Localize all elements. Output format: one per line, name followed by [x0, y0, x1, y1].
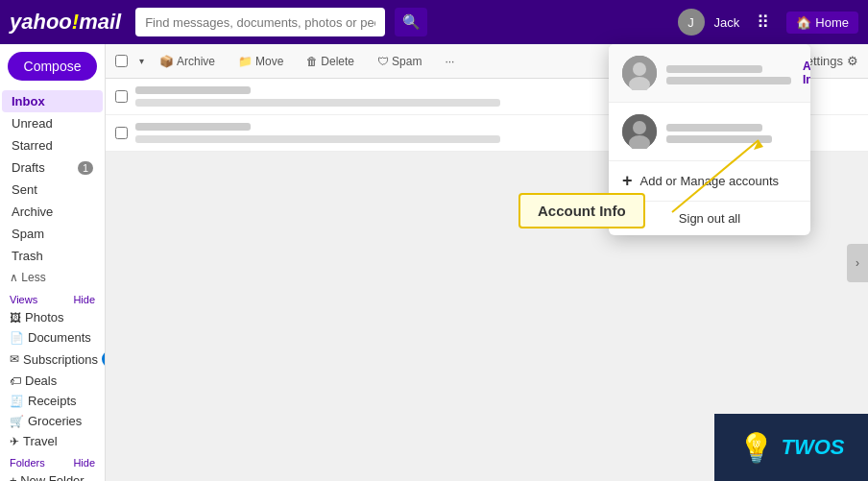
travel-icon: ✈: [10, 435, 19, 448]
primary-account-info: [666, 62, 791, 84]
svg-point-1: [633, 62, 646, 76]
folders-section-header: Folders Hide: [0, 451, 105, 470]
sidebar-item-archive[interactable]: Archive: [2, 201, 103, 223]
email-checkbox[interactable]: [115, 90, 128, 103]
primary-avatar: [622, 56, 657, 90]
more-button[interactable]: ···: [437, 51, 462, 72]
move-button[interactable]: 📁 Move: [230, 51, 291, 72]
twos-watermark: 💡 TWOS: [714, 414, 868, 481]
home-icon: 🏠: [796, 15, 811, 30]
spam-icon: 🛡: [377, 55, 389, 68]
sidebar-item-unread[interactable]: Unread: [2, 112, 103, 134]
views-hide-button[interactable]: Hide: [73, 294, 95, 305]
sidebar-item-photos[interactable]: 🖼 Photos: [0, 307, 105, 327]
delete-button[interactable]: 🗑 Delete: [299, 51, 362, 72]
subscriptions-icon: ✉: [10, 352, 19, 366]
nav-arrow[interactable]: ›: [847, 244, 868, 282]
twos-label: TWOS: [782, 435, 845, 460]
email-subject: [135, 135, 500, 143]
archive-icon: 📦: [159, 55, 174, 68]
sidebar-item-documents[interactable]: 📄 Documents: [0, 327, 105, 348]
username-label[interactable]: Jack: [714, 15, 740, 30]
svg-point-4: [633, 121, 646, 134]
secondary-account-item[interactable]: [609, 103, 810, 161]
secondary-account-info: [666, 121, 797, 143]
sidebar-item-inbox[interactable]: Inbox: [2, 90, 103, 112]
header: yahoo!mail 🔍 J Jack ⠿ 🏠 Home: [0, 0, 868, 44]
sidebar-item-travel[interactable]: ✈ Travel: [0, 431, 105, 451]
email-sender: [135, 86, 251, 94]
sidebar-item-groceries[interactable]: 🛒 Groceries: [0, 411, 105, 431]
search-input[interactable]: [135, 8, 385, 36]
groceries-icon: 🛒: [10, 415, 24, 428]
layout: Compose Inbox Unread Starred Drafts 1 Se…: [0, 44, 868, 481]
select-all-checkbox[interactable]: [115, 55, 128, 67]
move-icon: 📁: [238, 55, 253, 68]
views-section-header: Views Hide: [0, 288, 105, 307]
compose-button[interactable]: Compose: [8, 52, 97, 81]
delete-icon: 🗑: [306, 55, 318, 68]
sidebar-item-deals[interactable]: 🏷 Deals: [0, 371, 105, 391]
sidebar-item-subscriptions[interactable]: ✉ Subscriptions New! ✕: [0, 348, 105, 371]
plus-icon: +: [622, 171, 633, 191]
deals-icon: 🏷: [10, 374, 21, 388]
sidebar-item-sent[interactable]: Sent: [2, 179, 103, 201]
drafts-badge: 1: [78, 161, 93, 175]
secondary-email-blurred: [666, 135, 772, 143]
sidebar-item-receipts[interactable]: 🧾 Receipts: [0, 391, 105, 411]
less-toggle[interactable]: ∧ Less: [0, 267, 105, 288]
yahoo-logo: yahoo!mail: [10, 10, 121, 35]
home-button[interactable]: 🏠 Home: [786, 12, 858, 34]
email-sender: [135, 123, 251, 131]
sidebar-item-drafts[interactable]: Drafts 1: [2, 156, 103, 179]
settings-icon: ⚙: [847, 54, 858, 68]
folders-hide-button[interactable]: Hide: [73, 457, 95, 469]
sidebar-item-trash[interactable]: Trash: [2, 245, 103, 267]
receipts-icon: 🧾: [10, 395, 24, 408]
sidebar-item-starred[interactable]: Starred: [2, 134, 103, 156]
avatar[interactable]: J: [678, 9, 705, 36]
archive-button[interactable]: 📦 Archive: [152, 51, 223, 72]
select-chevron[interactable]: ▾: [139, 56, 144, 66]
secondary-avatar: [622, 114, 657, 149]
primary-account-item[interactable]: Account Info: [609, 44, 810, 103]
add-manage-label: Add or Manage accounts: [640, 174, 780, 188]
bulb-icon: 💡: [738, 431, 774, 465]
search-button[interactable]: 🔍: [395, 8, 427, 36]
email-checkbox[interactable]: [115, 127, 128, 139]
photos-icon: 🖼: [10, 311, 21, 325]
grid-icon[interactable]: ⠿: [757, 12, 769, 33]
sidebar: Compose Inbox Unread Starred Drafts 1 Se…: [0, 44, 106, 481]
email-subject: [135, 99, 500, 107]
account-email-blurred: [666, 77, 791, 84]
sidebar-item-new-folder[interactable]: + New Folder: [0, 470, 105, 481]
sidebar-item-spam[interactable]: Spam: [2, 223, 103, 245]
main-content: ▾ 📦 Archive 📁 Move 🗑 Delete 🛡 Spam ···: [106, 44, 868, 481]
account-info-callout: Account Info: [518, 193, 645, 228]
documents-icon: 📄: [10, 331, 24, 345]
spam-button[interactable]: 🛡 Spam: [370, 51, 429, 72]
account-name-blurred: [666, 65, 762, 73]
account-info-label[interactable]: Account Info: [803, 60, 810, 86]
secondary-name-blurred: [666, 124, 762, 132]
